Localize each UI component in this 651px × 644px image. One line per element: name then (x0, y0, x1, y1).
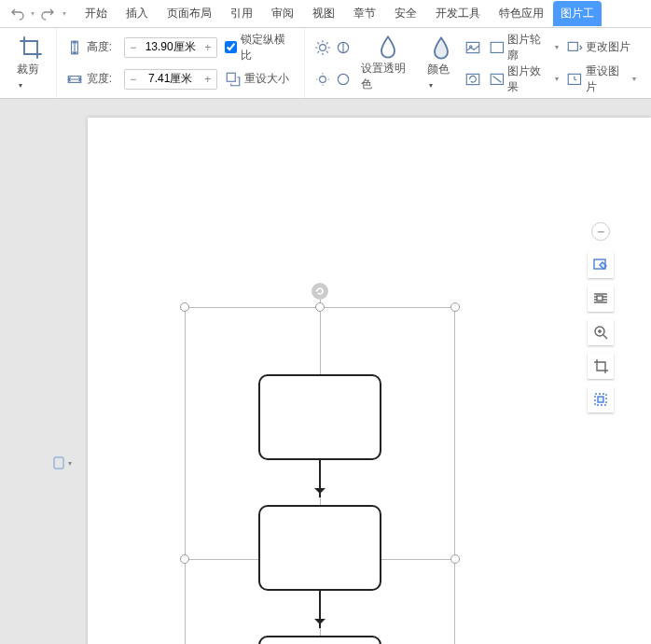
zoom-button[interactable] (588, 319, 614, 345)
tab-review[interactable]: 审阅 (262, 1, 303, 26)
width-icon (66, 71, 83, 88)
svg-rect-16 (597, 296, 603, 301)
edit-image-button[interactable] (588, 252, 614, 278)
change-pic-label: 更改图片 (586, 39, 630, 55)
selected-image[interactable] (185, 307, 455, 644)
svg-point-6 (338, 74, 348, 84)
svg-rect-12 (568, 42, 577, 50)
tab-special[interactable]: 特色应用 (490, 1, 553, 26)
lock-ratio-label: 锁定纵横比 (241, 32, 295, 63)
reset-pic-label: 重设图片 (586, 63, 630, 95)
resize-handle-w[interactable] (180, 554, 189, 564)
undo-icon[interactable] (10, 7, 25, 21)
more-adjust-1-button[interactable] (464, 35, 481, 61)
anchor-indicator[interactable]: ▾ (51, 455, 72, 470)
brightness-up-icon[interactable] (314, 39, 331, 56)
width-increase-button[interactable]: + (200, 70, 216, 89)
brightness-down-icon[interactable] (314, 71, 331, 88)
anchor-dropdown-icon: ▾ (68, 459, 72, 468)
flow-box-2 (258, 505, 381, 591)
reset-pic-button[interactable]: 重设图片▾ (566, 66, 636, 92)
flow-arrow-2 (319, 591, 321, 628)
svg-rect-2 (227, 73, 235, 81)
resize-handle-e[interactable] (450, 554, 460, 564)
resize-handle-nw[interactable] (180, 302, 189, 312)
height-spinner[interactable]: − + (124, 37, 217, 58)
lock-ratio-checkbox[interactable] (225, 41, 237, 53)
crop-label: 裁剪 (17, 62, 45, 91)
tab-ref[interactable]: 引用 (221, 1, 262, 26)
floating-toolbar: − (588, 222, 614, 413)
effect-icon (489, 71, 506, 88)
change-pic-button[interactable]: 更改图片 (566, 35, 636, 61)
crop-tool-button[interactable] (588, 353, 614, 379)
height-decrease-button[interactable]: − (125, 38, 142, 57)
tab-dev[interactable]: 开发工具 (426, 1, 490, 26)
crop-icon (18, 35, 44, 60)
tab-security[interactable]: 安全 (385, 1, 426, 26)
resize-handle-n[interactable] (315, 302, 325, 312)
collapse-toolbar-button[interactable]: − (591, 222, 610, 241)
outline-button[interactable]: 图片轮廓▾ (489, 35, 559, 61)
svg-rect-14 (54, 457, 63, 469)
svg-point-5 (319, 76, 326, 82)
change-pic-icon (566, 39, 583, 56)
set-transparent-button[interactable]: 设置透明色 (355, 35, 422, 92)
color-button[interactable]: 颜色 (422, 35, 461, 91)
resize-handle-ne[interactable] (450, 302, 460, 312)
svg-rect-19 (598, 397, 603, 402)
flow-box-3 (258, 636, 381, 644)
workspace: ▾ − (0, 99, 651, 644)
reset-size-button[interactable]: 重设大小 (225, 66, 295, 92)
reset-pic-icon2 (566, 71, 583, 88)
wrap-text-button[interactable] (588, 286, 614, 312)
reset-size-label: 重设大小 (244, 71, 289, 87)
undo-dropdown-icon[interactable]: ▾ (29, 7, 36, 21)
tab-start[interactable]: 开始 (76, 1, 117, 26)
picture-reset-icon (464, 71, 481, 88)
width-decrease-button[interactable]: − (125, 70, 142, 89)
height-input[interactable] (142, 41, 200, 54)
contrast-up-icon[interactable] (335, 39, 352, 56)
height-label: 高度: (87, 39, 120, 55)
outline-label: 图片轮廓 (507, 32, 551, 63)
width-spinner[interactable]: − + (124, 69, 217, 90)
redo-icon[interactable] (40, 7, 55, 21)
effect-button[interactable]: 图片效果▾ (489, 66, 559, 92)
height-increase-button[interactable]: + (200, 38, 216, 57)
tab-view[interactable]: 视图 (303, 1, 344, 26)
tab-chapter[interactable]: 章节 (344, 1, 385, 26)
tab-insert[interactable]: 插入 (117, 1, 158, 26)
qat-dropdown-icon[interactable]: ▾ (59, 7, 70, 21)
effect-label: 图片效果 (507, 63, 551, 95)
svg-point-3 (319, 44, 326, 50)
contrast-down-icon[interactable] (335, 71, 352, 88)
reset-size-icon (225, 71, 242, 88)
more-adjust-2-button[interactable] (464, 66, 481, 92)
color-icon (428, 35, 454, 60)
outline-icon (489, 39, 506, 56)
crop-button[interactable]: 裁剪 (11, 35, 50, 91)
color-label: 颜色 (427, 62, 455, 91)
flow-box-1 (258, 374, 381, 460)
picture-compress-icon (464, 39, 481, 56)
tab-layout[interactable]: 页面布局 (158, 1, 221, 26)
tab-picture-tool[interactable]: 图片工 (553, 1, 602, 26)
select-objects-button[interactable] (588, 386, 614, 413)
height-icon (66, 39, 83, 56)
set-transparent-label: 设置透明色 (361, 61, 416, 92)
rotate-handle[interactable] (312, 283, 328, 300)
width-input[interactable] (142, 73, 200, 86)
droplet-icon (375, 35, 401, 59)
svg-rect-10 (491, 42, 503, 52)
flow-arrow-1 (319, 460, 321, 497)
width-label: 宽度: (87, 71, 120, 87)
